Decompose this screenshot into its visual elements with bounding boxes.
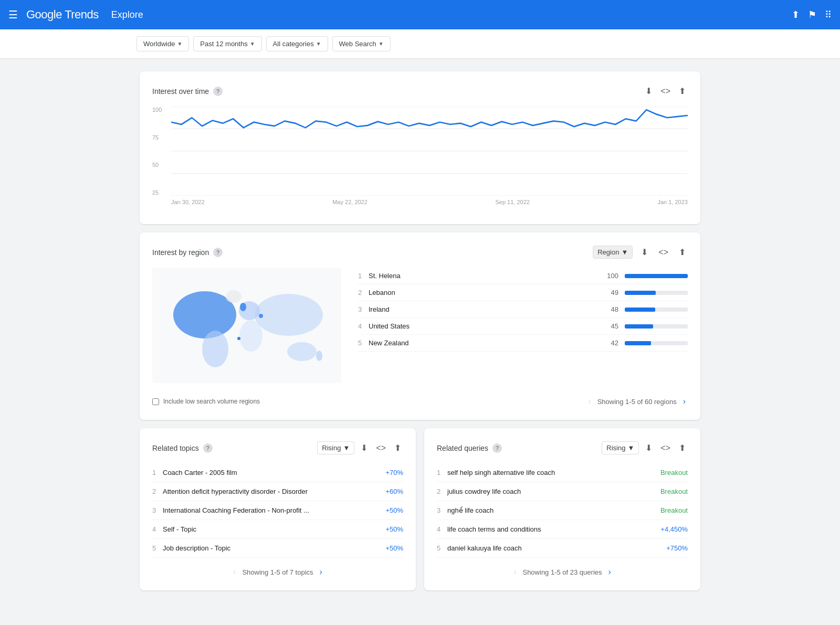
embed-icon-queries[interactable]: <> — [658, 441, 673, 455]
topic-value-3: +50% — [385, 506, 403, 514]
download-icon-time[interactable]: ⬇ — [643, 84, 654, 98]
query-name-4: life coach terms and conditions — [447, 525, 660, 533]
topic-name-4: Self - Topic — [163, 525, 385, 533]
topic-name-2: Attention deficit hyperactivity disorder… — [163, 488, 385, 495]
share-icon[interactable]: ⬆ — [792, 9, 800, 20]
categories-chevron-icon: ▼ — [316, 41, 321, 47]
topic-name-3: International Coaching Federation - Non-… — [163, 506, 385, 514]
region-prev-btn[interactable]: ‹ — [586, 396, 593, 407]
region-rank-4: 4 — [358, 322, 369, 330]
embed-icon-time[interactable]: <> — [658, 84, 673, 98]
share-icon-queries[interactable]: ⬆ — [677, 441, 688, 455]
embed-icon-region[interactable]: <> — [656, 246, 670, 259]
help-icon-time[interactable]: ? — [213, 87, 223, 96]
region-bar-3 — [625, 308, 655, 312]
help-icon-queries[interactable]: ? — [492, 443, 502, 453]
share-icon-time[interactable]: ⬆ — [677, 84, 688, 98]
related-topics-header: Related topics ? Rising ▼ ⬇ <> ⬆ — [152, 441, 403, 455]
search-type-filter[interactable]: Web Search ▼ — [332, 36, 391, 51]
categories-filter[interactable]: All categories ▼ — [266, 36, 328, 51]
svg-point-11 — [226, 290, 242, 303]
topic-value-2: +60% — [385, 488, 403, 495]
query-name-3: nghề life coach — [447, 506, 660, 514]
apps-icon[interactable]: ⠿ — [825, 9, 832, 20]
region-value-5: 42 — [603, 339, 618, 347]
feedback-icon[interactable]: ⚑ — [808, 9, 816, 20]
card-header-time: Interest over time ? ⬇ <> ⬆ — [152, 84, 688, 98]
low-volume-label: Include low search volume regions — [163, 398, 260, 405]
related-queries-title-row: Related queries ? — [437, 443, 502, 453]
svg-point-15 — [259, 314, 263, 318]
logo-google: Google — [26, 8, 65, 21]
queries-next-btn[interactable]: › — [606, 566, 613, 578]
topics-pagination-text: Showing 1-5 of 7 topics — [242, 568, 313, 576]
interest-over-time-card: Interest over time ? ⬇ <> ⬆ 100 75 50 25 — [140, 71, 700, 224]
location-label: Worldwide — [143, 40, 175, 48]
topics-rising-dropdown[interactable]: Rising ▼ — [317, 441, 354, 454]
menu-icon[interactable]: ☰ — [8, 8, 18, 21]
queries-rising-dropdown[interactable]: Rising ▼ — [602, 441, 639, 454]
query-rank-5: 5 — [437, 544, 447, 552]
topic-row-2: 2 Attention deficit hyperactivity disord… — [152, 482, 403, 501]
queries-prev-btn[interactable]: ‹ — [511, 566, 518, 578]
topic-value-1: +70% — [385, 469, 403, 476]
related-queries-controls: Rising ▼ ⬇ <> ⬆ — [602, 441, 688, 455]
region-bar-container-2 — [625, 291, 688, 295]
query-row-4: 4 life coach terms and conditions +4,450… — [437, 520, 688, 539]
region-dropdown[interactable]: Region ▼ — [593, 246, 633, 259]
related-topics-title-row: Related topics ? — [152, 443, 213, 453]
region-pagination-text: Showing 1-5 of 60 regions — [597, 398, 677, 406]
region-pagination: ‹ Showing 1-5 of 60 regions › — [586, 396, 688, 407]
region-map — [152, 268, 341, 383]
topic-value-5: +50% — [385, 544, 403, 552]
topic-rank-4: 4 — [152, 525, 163, 533]
location-filter[interactable]: Worldwide ▼ — [136, 36, 189, 51]
search-type-label: Web Search — [339, 40, 376, 48]
embed-icon-topics[interactable]: <> — [374, 441, 388, 455]
chart-y-labels: 100 75 50 25 — [152, 107, 168, 196]
region-value-1: 100 — [603, 272, 618, 280]
search-type-chevron-icon: ▼ — [379, 41, 384, 47]
queries-rising-label: Rising — [606, 444, 625, 452]
explore-label: Explore — [111, 9, 143, 20]
topic-value-4: +50% — [385, 525, 403, 533]
query-row-1: 1 self help singh alternative life coach… — [437, 463, 688, 482]
related-topics-title: Related topics — [152, 444, 199, 452]
download-icon-region[interactable]: ⬇ — [639, 245, 650, 259]
share-icon-region[interactable]: ⬆ — [677, 245, 688, 259]
y-label-100: 100 — [152, 107, 168, 113]
topic-name-1: Coach Carter - 2005 film — [163, 469, 385, 476]
app-header: ☰ Google Trends Explore ⬆ ⚑ ⠿ — [0, 0, 840, 29]
query-row-5: 5 daniel kaluuya life coach +750% — [437, 539, 688, 558]
query-value-4: +4,450% — [660, 525, 688, 533]
time-range-filter[interactable]: Past 12 months ▼ — [193, 36, 261, 51]
y-label-75: 75 — [152, 134, 168, 141]
svg-point-14 — [316, 351, 322, 361]
share-icon-topics[interactable]: ⬆ — [392, 441, 403, 455]
card-title-row-time: Interest over time ? — [152, 87, 223, 96]
region-layout: 1 St. Helena 100 2 Lebanon 49 3 — [152, 268, 688, 383]
interest-over-time-title: Interest over time — [152, 87, 209, 96]
help-icon-region[interactable]: ? — [213, 248, 223, 257]
low-volume-checkbox[interactable] — [152, 398, 159, 405]
logo: Google Trends — [26, 8, 99, 22]
topics-next-btn[interactable]: › — [318, 566, 324, 578]
region-footer: Include low search volume regions ‹ Show… — [152, 391, 688, 407]
help-icon-topics[interactable]: ? — [203, 443, 213, 453]
svg-point-9 — [255, 294, 323, 336]
region-value-3: 48 — [603, 305, 618, 313]
related-queries-list: 1 self help singh alternative life coach… — [437, 463, 688, 558]
related-topics-list: 1 Coach Carter - 2005 film +70% 2 Attent… — [152, 463, 403, 558]
topics-rising-chevron: ▼ — [343, 444, 350, 452]
topic-row-5: 5 Job description - Topic +50% — [152, 539, 403, 558]
related-topics-controls: Rising ▼ ⬇ <> ⬆ — [317, 441, 403, 455]
download-icon-queries[interactable]: ⬇ — [643, 441, 654, 455]
topics-prev-btn[interactable]: ‹ — [231, 566, 238, 578]
region-next-btn[interactable]: › — [681, 396, 688, 407]
x-label-sep2022: Sep 11, 2022 — [495, 199, 529, 211]
region-name-2: Lebanon — [369, 289, 603, 296]
download-icon-topics[interactable]: ⬇ — [359, 441, 370, 455]
query-name-1: self help singh alternative life coach — [447, 469, 660, 476]
low-volume-checkbox-label[interactable]: Include low search volume regions — [152, 398, 260, 405]
main-content: Interest over time ? ⬇ <> ⬆ 100 75 50 25 — [131, 71, 709, 590]
